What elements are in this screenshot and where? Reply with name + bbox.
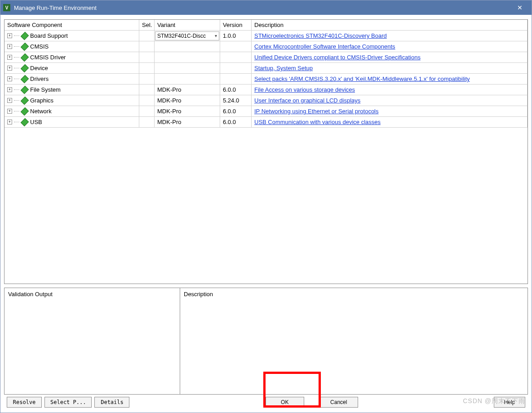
description-header: Description xyxy=(180,288,528,300)
resolve-button[interactable]: Resolve xyxy=(7,397,42,408)
chevron-down-icon: ▾ xyxy=(215,33,217,38)
desc-link[interactable]: IP Networking using Ethernet or Serial p… xyxy=(254,108,379,115)
tree-label: Device xyxy=(30,65,48,71)
details-button[interactable]: Details xyxy=(94,397,129,408)
lower-panels: Validation Output Description xyxy=(4,288,528,395)
tree-item-drivers[interactable]: +Drivers xyxy=(4,74,139,84)
expand-icon[interactable]: + xyxy=(7,109,12,114)
col-sel[interactable]: Sel. xyxy=(139,20,155,31)
tree-item-network[interactable]: +Network xyxy=(4,106,139,117)
app-window: V Manage Run-Time Environment ✕ Software… xyxy=(0,0,532,413)
variant-cell xyxy=(155,74,220,84)
version-cell xyxy=(220,74,252,84)
col-description[interactable]: Description xyxy=(252,20,528,31)
validation-body xyxy=(4,300,180,394)
tree-item-cmsis[interactable]: +CMSIS xyxy=(4,41,139,52)
validation-header: Validation Output xyxy=(4,288,180,300)
component-icon xyxy=(21,32,28,40)
expand-icon[interactable]: + xyxy=(7,87,12,92)
desc-link[interactable]: USB Communication with various device cl… xyxy=(254,119,381,125)
version-cell xyxy=(220,41,252,52)
component-icon xyxy=(21,75,28,83)
desc-link[interactable]: Select packs 'ARM.CMSIS.3.20.x' and 'Kei… xyxy=(254,75,470,82)
version-cell xyxy=(220,52,252,63)
variant-cell: MDK-Pro xyxy=(155,84,220,95)
ok-button[interactable]: OK xyxy=(266,397,304,408)
expand-icon[interactable]: + xyxy=(7,66,12,71)
select-packs-button[interactable]: Select P... xyxy=(44,397,92,408)
tree-item-device[interactable]: +Device xyxy=(4,63,139,74)
tree-item-usb[interactable]: +USB xyxy=(4,117,139,128)
component-icon xyxy=(21,108,28,115)
app-icon: V xyxy=(3,4,10,11)
desc-link[interactable]: STMicroelectronics STM32F401C-Discovery … xyxy=(254,32,387,39)
sel-cell xyxy=(139,95,155,106)
expand-icon[interactable]: + xyxy=(7,76,12,81)
expand-icon[interactable]: + xyxy=(7,98,12,103)
sel-cell xyxy=(139,74,155,84)
version-cell: 5.24.0 xyxy=(220,95,252,106)
desc-cell: Select packs 'ARM.CMSIS.3.20.x' and 'Kei… xyxy=(252,74,528,84)
version-cell: 6.0.0 xyxy=(220,106,252,117)
col-component[interactable]: Software Component xyxy=(4,20,139,31)
sel-cell xyxy=(139,41,155,52)
tree-item-board-support[interactable]: + Board Support xyxy=(4,31,139,41)
sel-cell xyxy=(139,117,155,128)
component-icon xyxy=(21,119,28,126)
variant-cell xyxy=(155,41,220,52)
component-grid-panel: Software Component Sel. Variant Version … xyxy=(4,19,528,284)
tree-label: Drivers xyxy=(30,75,49,82)
desc-cell: Startup, System Setup xyxy=(252,63,528,74)
desc-cell: File Access on various storage devices xyxy=(252,84,528,95)
watermark-text: CSDN @周末不下雨 xyxy=(463,397,525,405)
tree-item-file-system[interactable]: +File System xyxy=(4,84,139,95)
version-cell: 1.0.0 xyxy=(220,31,252,41)
titlebar: V Manage Run-Time Environment ✕ xyxy=(0,0,532,15)
variant-cell xyxy=(155,52,220,63)
desc-link[interactable]: Cortex Microcontroller Software Interfac… xyxy=(254,43,395,50)
sel-cell xyxy=(139,63,155,74)
component-icon xyxy=(21,86,28,93)
tree-label: File System xyxy=(30,86,61,93)
validation-panel: Validation Output xyxy=(4,288,180,395)
component-icon xyxy=(21,54,28,61)
component-icon xyxy=(21,65,28,72)
tree-label: Network xyxy=(30,108,52,115)
window-title: Manage Run-Time Environment xyxy=(14,4,511,11)
component-grid: Software Component Sel. Variant Version … xyxy=(4,20,528,128)
desc-link[interactable]: File Access on various storage devices xyxy=(254,86,355,93)
desc-link[interactable]: Startup, System Setup xyxy=(254,65,313,71)
sel-cell xyxy=(139,84,155,95)
variant-cell: MDK-Pro xyxy=(155,106,220,117)
sel-cell xyxy=(139,52,155,63)
component-icon xyxy=(21,43,28,50)
cancel-button[interactable]: Cancel xyxy=(319,397,358,408)
variant-dropdown[interactable]: STM32F401C-Discc ▾ xyxy=(155,31,219,40)
desc-link[interactable]: User Interface on graphical LCD displays xyxy=(254,97,360,104)
tree-label: CMSIS Driver xyxy=(30,54,66,61)
expand-icon[interactable]: + xyxy=(7,55,12,60)
version-cell xyxy=(220,63,252,74)
button-bar: Resolve Select P... Details OK Cancel He… xyxy=(0,395,532,413)
col-version[interactable]: Version xyxy=(220,20,252,31)
tree-item-graphics[interactable]: +Graphics xyxy=(4,95,139,106)
desc-cell: Unified Device Drivers compliant to CMSI… xyxy=(252,52,528,63)
expand-icon[interactable]: + xyxy=(7,44,12,49)
tree-item-cmsis-driver[interactable]: +CMSIS Driver xyxy=(4,52,139,63)
description-panel: Description xyxy=(180,288,528,395)
variant-cell: MDK-Pro xyxy=(155,95,220,106)
variant-cell[interactable]: STM32F401C-Discc ▾ xyxy=(155,31,220,41)
col-variant[interactable]: Variant xyxy=(155,20,220,31)
variant-cell xyxy=(155,63,220,74)
tree-label: USB xyxy=(30,119,42,125)
close-button[interactable]: ✕ xyxy=(511,0,529,15)
tree-label: Board Support xyxy=(30,32,68,39)
desc-cell: USB Communication with various device cl… xyxy=(252,117,528,128)
desc-cell: STMicroelectronics STM32F401C-Discovery … xyxy=(252,31,528,41)
expand-icon[interactable]: + xyxy=(7,120,12,124)
version-cell: 6.0.0 xyxy=(220,117,252,128)
component-icon xyxy=(21,97,28,104)
expand-icon[interactable]: + xyxy=(7,33,12,38)
desc-cell: Cortex Microcontroller Software Interfac… xyxy=(252,41,528,52)
desc-link[interactable]: Unified Device Drivers compliant to CMSI… xyxy=(254,54,421,61)
